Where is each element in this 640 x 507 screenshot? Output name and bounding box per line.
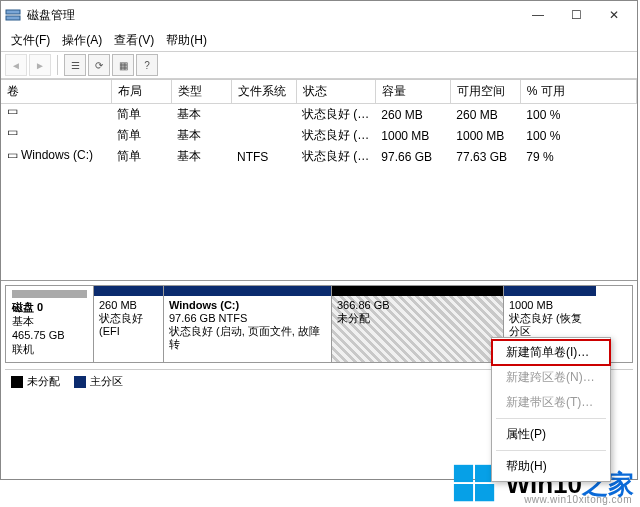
ctx-help[interactable]: 帮助(H) <box>492 454 610 479</box>
menu-help[interactable]: 帮助(H) <box>160 30 213 51</box>
content-area: 卷 布局 类型 文件系统 状态 容量 可用空间 % 可用 ▭简单基本状态良好 (… <box>1 79 637 479</box>
minimize-button[interactable]: — <box>519 2 557 28</box>
partition[interactable]: Windows (C:)97.66 GB NTFS状态良好 (启动, 页面文件,… <box>164 286 332 362</box>
ctx-new-spanned-volume: 新建跨区卷(N)… <box>492 365 610 390</box>
table-row[interactable]: ▭简单基本状态良好 (…260 MB260 MB100 % <box>1 104 637 126</box>
col-free[interactable]: 可用空间 <box>450 80 520 104</box>
svg-rect-1 <box>6 16 20 20</box>
menu-action[interactable]: 操作(A) <box>56 30 108 51</box>
ctx-separator <box>496 418 606 419</box>
legend-unalloc: 未分配 <box>11 374 60 389</box>
col-fs[interactable]: 文件系统 <box>231 80 296 104</box>
table-row[interactable]: ▭简单基本状态良好 (…1000 MB1000 MB100 % <box>1 125 637 146</box>
ctx-separator <box>496 450 606 451</box>
window-controls: — ☐ ✕ <box>519 2 633 28</box>
table-row[interactable]: ▭Windows (C:)简单基本NTFS状态良好 (…97.66 GB77.6… <box>1 146 637 167</box>
col-volume[interactable]: 卷 <box>1 80 111 104</box>
context-menu: 新建简单卷(I)… 新建跨区卷(N)… 新建带区卷(T)… 属性(P) 帮助(H… <box>491 337 611 482</box>
partition[interactable]: 366.86 GB未分配 <box>332 286 504 362</box>
disk-type: 基本 <box>12 314 87 328</box>
help-button[interactable]: ? <box>136 54 158 76</box>
disk-label: 磁盘 0 <box>12 300 87 314</box>
swatch-unalloc-icon <box>11 376 23 388</box>
ctx-new-simple-volume[interactable]: 新建简单卷(I)… <box>492 340 610 365</box>
svg-rect-2 <box>454 465 473 482</box>
forward-button: ► <box>29 54 51 76</box>
refresh-button[interactable]: ⟳ <box>88 54 110 76</box>
svg-rect-0 <box>6 10 20 14</box>
maximize-button[interactable]: ☐ <box>557 2 595 28</box>
col-capacity[interactable]: 容量 <box>375 80 450 104</box>
col-pctfree[interactable]: % 可用 <box>520 80 636 104</box>
volume-list[interactable]: 卷 布局 类型 文件系统 状态 容量 可用空间 % 可用 ▭简单基本状态良好 (… <box>1 80 637 280</box>
volume-table: 卷 布局 类型 文件系统 状态 容量 可用空间 % 可用 ▭简单基本状态良好 (… <box>1 80 637 167</box>
svg-rect-5 <box>475 484 494 501</box>
disk-header[interactable]: 磁盘 0 基本 465.75 GB 联机 <box>6 286 94 362</box>
disk-management-window: 磁盘管理 — ☐ ✕ 文件(F) 操作(A) 查看(V) 帮助(H) ◄ ► ☰… <box>0 0 638 480</box>
swatch-primary-icon <box>74 376 86 388</box>
back-button: ◄ <box>5 54 27 76</box>
partition[interactable]: 260 MB状态良好 (EFI <box>94 286 164 362</box>
watermark-url: www.win10xitong.com <box>524 494 632 505</box>
toolbar-separator <box>57 55 58 75</box>
views-button[interactable]: ☰ <box>64 54 86 76</box>
disk-size: 465.75 GB <box>12 328 87 342</box>
menu-file[interactable]: 文件(F) <box>5 30 56 51</box>
graphical-view: 磁盘 0 基本 465.75 GB 联机 260 MB状态良好 (EFIWind… <box>1 280 637 397</box>
titlebar: 磁盘管理 — ☐ ✕ <box>1 1 637 29</box>
col-status[interactable]: 状态 <box>296 80 375 104</box>
disk-status: 联机 <box>12 342 87 356</box>
menubar: 文件(F) 操作(A) 查看(V) 帮助(H) <box>1 29 637 51</box>
ctx-properties[interactable]: 属性(P) <box>492 422 610 447</box>
col-type[interactable]: 类型 <box>171 80 231 104</box>
close-button[interactable]: ✕ <box>595 2 633 28</box>
disk-header-bar <box>12 290 87 298</box>
svg-rect-4 <box>454 484 473 501</box>
col-layout[interactable]: 布局 <box>111 80 171 104</box>
menu-view[interactable]: 查看(V) <box>108 30 160 51</box>
toolbar: ◄ ► ☰ ⟳ ▦ ? <box>1 51 637 79</box>
legend-primary: 主分区 <box>74 374 123 389</box>
app-icon <box>5 7 21 23</box>
settings-button[interactable]: ▦ <box>112 54 134 76</box>
ctx-new-striped-volume: 新建带区卷(T)… <box>492 390 610 415</box>
window-title: 磁盘管理 <box>27 7 519 24</box>
